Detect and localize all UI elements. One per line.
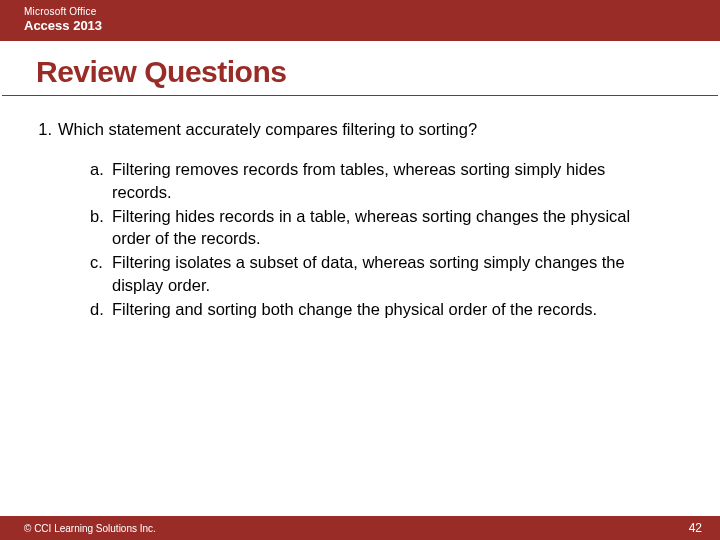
content-area: 1. Which statement accurately compares f…: [0, 96, 720, 516]
header-bar: Microsoft Office Access 2013: [0, 0, 720, 41]
question: 1. Which statement accurately compares f…: [30, 118, 682, 140]
option-letter: c.: [90, 251, 112, 296]
title-area: Review Questions: [2, 41, 718, 96]
option-a: a. Filtering removes records from tables…: [90, 158, 682, 203]
header-brand: Microsoft Office: [24, 6, 696, 17]
option-text: Filtering hides records in a table, wher…: [112, 205, 682, 250]
option-text: Filtering and sorting both change the ph…: [112, 298, 682, 320]
question-stem: Which statement accurately compares filt…: [58, 118, 682, 140]
option-letter: d.: [90, 298, 112, 320]
header-product: Access 2013: [24, 18, 696, 33]
slide: Microsoft Office Access 2013 Review Ques…: [0, 0, 720, 540]
copyright-text: © CCI Learning Solutions Inc.: [24, 523, 156, 534]
option-b: b. Filtering hides records in a table, w…: [90, 205, 682, 250]
option-text: Filtering isolates a subset of data, whe…: [112, 251, 682, 296]
footer-bar: © CCI Learning Solutions Inc. 42: [0, 516, 720, 540]
option-letter: a.: [90, 158, 112, 203]
option-text: Filtering removes records from tables, w…: [112, 158, 682, 203]
question-number: 1.: [30, 118, 58, 140]
option-letter: b.: [90, 205, 112, 250]
page-title: Review Questions: [36, 55, 684, 89]
option-d: d. Filtering and sorting both change the…: [90, 298, 682, 320]
options-list: a. Filtering removes records from tables…: [30, 158, 682, 320]
page-number: 42: [689, 521, 702, 535]
option-c: c. Filtering isolates a subset of data, …: [90, 251, 682, 296]
